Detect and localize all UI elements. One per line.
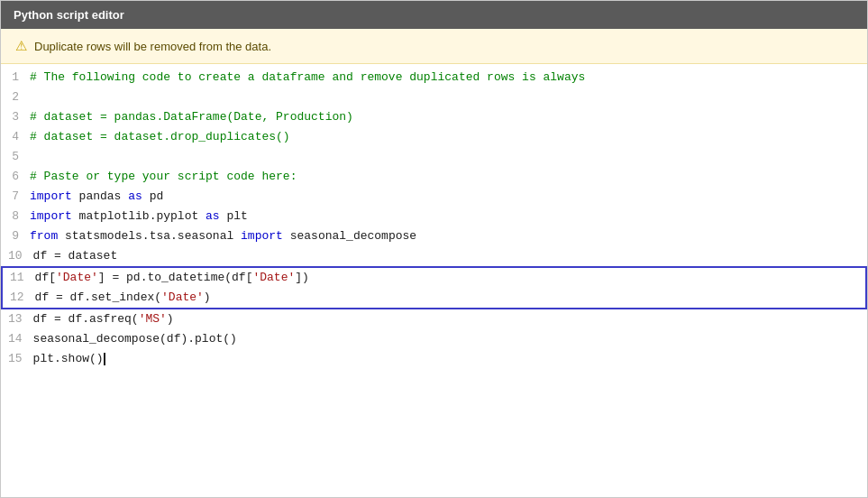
line-content: df = df.set_index('Date') xyxy=(35,288,865,308)
token-plain: plt.show() xyxy=(33,352,104,365)
code-line: 15plt.show() xyxy=(1,349,867,369)
code-line: 12df = df.set_index('Date') xyxy=(1,288,867,309)
token-plain: matplotlib.pyplot xyxy=(72,209,206,223)
code-line: 2 xyxy=(1,88,867,107)
token-plain: seasonal_decompose(df).plot() xyxy=(33,332,237,346)
token-plain: ) xyxy=(204,290,211,304)
token-plain: ]) xyxy=(295,271,309,284)
line-content: import pandas as pd xyxy=(30,187,867,207)
editor-title: Python script editor xyxy=(14,8,124,22)
code-line: 6# Paste or type your script code here: xyxy=(1,167,867,187)
warning-banner: ⚠ Duplicate rows will be removed from th… xyxy=(1,29,867,64)
line-number: 7 xyxy=(1,187,30,207)
token-plain: ] = pd.to_datetime(df[ xyxy=(98,271,253,284)
code-line: 9from statsmodels.tsa.seasonal import se… xyxy=(1,226,867,246)
line-content xyxy=(30,147,867,167)
code-line: 8import matplotlib.pyplot as plt xyxy=(1,207,867,226)
line-content: # dataset = dataset.drop_duplicates() xyxy=(30,127,867,147)
token-plain: pd xyxy=(142,189,163,203)
line-number: 3 xyxy=(1,107,30,127)
token-plain: df = df.asfreq( xyxy=(33,312,139,326)
code-line: 3# dataset = pandas.DataFrame(Date, Prod… xyxy=(1,107,867,127)
line-number: 5 xyxy=(1,147,30,167)
line-content: # Paste or type your script code here: xyxy=(30,167,867,187)
token-plain: df[ xyxy=(35,271,56,284)
code-line: 11df['Date'] = pd.to_datetime(df['Date']… xyxy=(1,266,867,288)
line-number: 8 xyxy=(1,207,30,226)
token-plain: pandas xyxy=(72,189,128,203)
token-kw: as xyxy=(206,209,220,223)
line-number: 2 xyxy=(1,88,30,107)
line-content: from statsmodels.tsa.seasonal import sea… xyxy=(30,226,867,246)
token-plain: seasonal_decompose xyxy=(283,229,416,243)
line-content xyxy=(30,88,867,107)
token-kw: as xyxy=(128,189,142,203)
line-number: 11 xyxy=(3,268,35,288)
token-cm: # dataset = dataset.drop_duplicates() xyxy=(30,130,290,143)
code-line: 14seasonal_decompose(df).plot() xyxy=(1,329,867,349)
warning-text: Duplicate rows will be removed from the … xyxy=(34,40,271,53)
token-cm: # Paste or type your script code here: xyxy=(30,170,297,183)
line-content: df = dataset xyxy=(33,246,867,266)
token-cm: # dataset = pandas.DataFrame(Date, Produ… xyxy=(30,110,353,124)
line-content: seasonal_decompose(df).plot() xyxy=(33,329,867,349)
text-cursor xyxy=(104,353,105,365)
line-number: 12 xyxy=(3,288,35,308)
token-str: 'Date' xyxy=(56,271,98,284)
token-str: 'MS' xyxy=(139,312,167,326)
code-line: 13df = df.asfreq('MS') xyxy=(1,309,867,329)
line-number: 15 xyxy=(1,349,33,369)
token-cm: # The following code to create a datafra… xyxy=(30,70,585,84)
line-content: import matplotlib.pyplot as plt xyxy=(30,207,867,226)
line-number: 14 xyxy=(1,329,33,349)
line-content: # The following code to create a datafra… xyxy=(30,68,867,88)
code-line: 10df = dataset xyxy=(1,246,867,266)
code-line: 4# dataset = dataset.drop_duplicates() xyxy=(1,127,867,147)
token-str: 'Date' xyxy=(161,290,204,304)
token-kw: from xyxy=(30,229,58,243)
editor-title-bar: Python script editor xyxy=(1,1,867,29)
line-number: 10 xyxy=(1,246,33,266)
token-plain: plt xyxy=(220,209,248,223)
token-plain: ) xyxy=(167,312,174,326)
line-content: df = df.asfreq('MS') xyxy=(33,309,867,329)
token-str: 'Date' xyxy=(252,271,295,284)
code-line: 5 xyxy=(1,147,867,167)
code-area[interactable]: 1# The following code to create a datafr… xyxy=(1,64,867,497)
line-content: plt.show() xyxy=(33,349,867,369)
token-plain: df = dataset xyxy=(33,249,118,263)
editor-container: Python script editor ⚠ Duplicate rows wi… xyxy=(0,0,868,498)
code-line: 7import pandas as pd xyxy=(1,187,867,207)
token-plain: df = df.set_index( xyxy=(35,290,161,304)
token-kw: import xyxy=(30,209,72,223)
line-number: 13 xyxy=(1,309,33,329)
line-number: 1 xyxy=(1,68,30,88)
token-kw: import xyxy=(241,229,283,243)
line-number: 9 xyxy=(1,226,30,246)
token-kw: import xyxy=(30,189,72,203)
code-line: 1# The following code to create a datafr… xyxy=(1,68,867,88)
line-number: 4 xyxy=(1,127,30,147)
line-content: df['Date'] = pd.to_datetime(df['Date']) xyxy=(35,268,865,288)
line-content: # dataset = pandas.DataFrame(Date, Produ… xyxy=(30,107,867,127)
line-number: 6 xyxy=(1,167,30,187)
warning-icon: ⚠ xyxy=(15,38,27,54)
token-plain: statsmodels.tsa.seasonal xyxy=(58,229,241,243)
